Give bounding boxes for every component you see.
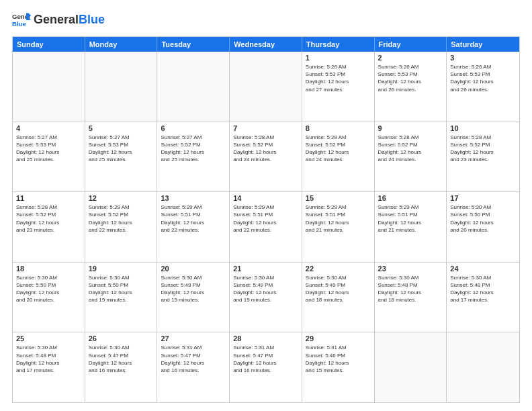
page: General Blue GeneralBlue SundayMondayTue… — [0, 0, 532, 411]
calendar-row: 18Sunrise: 5:30 AM Sunset: 5:50 PM Dayli… — [13, 262, 519, 332]
day-number: 12 — [89, 194, 154, 202]
calendar-cell — [375, 332, 447, 402]
calendar-row: 4Sunrise: 5:27 AM Sunset: 5:53 PM Daylig… — [13, 122, 519, 192]
calendar-header-cell: Friday — [375, 37, 447, 52]
day-number: 6 — [161, 124, 226, 132]
calendar-cell: 26Sunrise: 5:30 AM Sunset: 5:47 PM Dayli… — [85, 332, 158, 402]
calendar-cell: 20Sunrise: 5:30 AM Sunset: 5:49 PM Dayli… — [157, 263, 230, 332]
calendar-cell — [230, 52, 302, 122]
logo-text: GeneralBlue — [34, 13, 105, 27]
calendar-cell: 17Sunrise: 5:30 AM Sunset: 5:50 PM Dayli… — [447, 192, 519, 262]
day-info: Sunrise: 5:27 AM Sunset: 5:53 PM Dayligh… — [16, 134, 81, 164]
calendar-cell: 24Sunrise: 5:30 AM Sunset: 5:48 PM Dayli… — [447, 263, 519, 332]
calendar-cell: 15Sunrise: 5:29 AM Sunset: 5:51 PM Dayli… — [302, 192, 375, 262]
day-number: 3 — [450, 54, 516, 62]
day-number: 17 — [450, 194, 516, 202]
calendar-body: 1Sunrise: 5:26 AM Sunset: 5:53 PM Daylig… — [13, 52, 519, 402]
day-info: Sunrise: 5:31 AM Sunset: 5:47 PM Dayligh… — [233, 344, 298, 374]
calendar-cell — [447, 332, 519, 402]
day-info: Sunrise: 5:31 AM Sunset: 5:47 PM Dayligh… — [161, 344, 226, 374]
day-info: Sunrise: 5:30 AM Sunset: 5:47 PM Dayligh… — [89, 344, 154, 374]
calendar-cell — [157, 52, 230, 122]
calendar-cell: 27Sunrise: 5:31 AM Sunset: 5:47 PM Dayli… — [157, 332, 230, 402]
day-number: 29 — [306, 334, 371, 342]
day-number: 18 — [16, 265, 81, 273]
calendar-header: SundayMondayTuesdayWednesdayThursdayFrid… — [13, 37, 519, 52]
day-info: Sunrise: 5:30 AM Sunset: 5:49 PM Dayligh… — [233, 274, 298, 304]
calendar-cell: 12Sunrise: 5:29 AM Sunset: 5:52 PM Dayli… — [85, 192, 158, 262]
calendar-cell: 5Sunrise: 5:27 AM Sunset: 5:53 PM Daylig… — [85, 122, 158, 192]
day-number: 23 — [378, 265, 443, 273]
calendar-cell: 11Sunrise: 5:28 AM Sunset: 5:52 PM Dayli… — [13, 192, 85, 262]
day-number: 7 — [233, 124, 298, 132]
calendar-cell: 23Sunrise: 5:30 AM Sunset: 5:48 PM Dayli… — [375, 263, 447, 332]
calendar-cell: 10Sunrise: 5:28 AM Sunset: 5:52 PM Dayli… — [447, 122, 519, 192]
calendar-header-cell: Wednesday — [230, 37, 302, 52]
logo-icon: General Blue — [12, 11, 31, 30]
calendar-cell: 19Sunrise: 5:30 AM Sunset: 5:50 PM Dayli… — [85, 263, 158, 332]
calendar-cell: 6Sunrise: 5:27 AM Sunset: 5:52 PM Daylig… — [157, 122, 230, 192]
day-number: 11 — [16, 194, 81, 202]
calendar-cell: 9Sunrise: 5:28 AM Sunset: 5:52 PM Daylig… — [375, 122, 447, 192]
day-info: Sunrise: 5:29 AM Sunset: 5:51 PM Dayligh… — [233, 203, 298, 234]
day-info: Sunrise: 5:30 AM Sunset: 5:49 PM Dayligh… — [306, 274, 371, 304]
calendar-cell: 4Sunrise: 5:27 AM Sunset: 5:53 PM Daylig… — [13, 122, 85, 192]
day-number: 16 — [378, 194, 443, 202]
calendar-header-cell: Sunday — [13, 37, 85, 52]
calendar-cell: 1Sunrise: 5:26 AM Sunset: 5:53 PM Daylig… — [302, 52, 375, 122]
calendar: SundayMondayTuesdayWednesdayThursdayFrid… — [12, 36, 520, 403]
calendar-header-cell: Thursday — [302, 37, 375, 52]
day-number: 1 — [306, 54, 371, 62]
calendar-cell — [13, 52, 85, 122]
calendar-row: 11Sunrise: 5:28 AM Sunset: 5:52 PM Dayli… — [13, 191, 519, 262]
day-info: Sunrise: 5:28 AM Sunset: 5:52 PM Dayligh… — [306, 134, 371, 164]
day-info: Sunrise: 5:26 AM Sunset: 5:53 PM Dayligh… — [450, 63, 516, 93]
day-number: 27 — [161, 334, 226, 342]
day-number: 4 — [16, 124, 81, 132]
day-number: 8 — [306, 124, 371, 132]
day-number: 24 — [450, 265, 516, 273]
day-info: Sunrise: 5:26 AM Sunset: 5:53 PM Dayligh… — [306, 63, 371, 93]
calendar-cell: 2Sunrise: 5:26 AM Sunset: 5:53 PM Daylig… — [375, 52, 447, 122]
day-info: Sunrise: 5:29 AM Sunset: 5:51 PM Dayligh… — [306, 203, 371, 234]
calendar-cell: 8Sunrise: 5:28 AM Sunset: 5:52 PM Daylig… — [302, 122, 375, 192]
day-number: 28 — [233, 334, 298, 342]
day-info: Sunrise: 5:30 AM Sunset: 5:50 PM Dayligh… — [16, 274, 81, 304]
day-info: Sunrise: 5:28 AM Sunset: 5:52 PM Dayligh… — [378, 134, 443, 164]
calendar-cell: 7Sunrise: 5:28 AM Sunset: 5:52 PM Daylig… — [230, 122, 302, 192]
day-number: 20 — [161, 265, 226, 273]
day-info: Sunrise: 5:29 AM Sunset: 5:51 PM Dayligh… — [161, 203, 226, 234]
day-info: Sunrise: 5:31 AM Sunset: 5:46 PM Dayligh… — [306, 344, 371, 374]
calendar-cell: 29Sunrise: 5:31 AM Sunset: 5:46 PM Dayli… — [302, 332, 375, 402]
day-info: Sunrise: 5:30 AM Sunset: 5:50 PM Dayligh… — [450, 203, 516, 234]
day-number: 5 — [89, 124, 154, 132]
day-number: 22 — [306, 265, 371, 273]
day-info: Sunrise: 5:28 AM Sunset: 5:52 PM Dayligh… — [233, 134, 298, 164]
day-number: 14 — [233, 194, 298, 202]
day-info: Sunrise: 5:29 AM Sunset: 5:52 PM Dayligh… — [89, 203, 154, 234]
calendar-cell: 21Sunrise: 5:30 AM Sunset: 5:49 PM Dayli… — [230, 263, 302, 332]
day-info: Sunrise: 5:28 AM Sunset: 5:52 PM Dayligh… — [450, 134, 516, 164]
day-info: Sunrise: 5:30 AM Sunset: 5:48 PM Dayligh… — [16, 344, 81, 374]
calendar-header-cell: Monday — [85, 37, 158, 52]
day-info: Sunrise: 5:30 AM Sunset: 5:49 PM Dayligh… — [161, 274, 226, 304]
day-number: 25 — [16, 334, 81, 342]
logo: General Blue GeneralBlue — [12, 11, 105, 30]
day-number: 2 — [378, 54, 443, 62]
day-info: Sunrise: 5:27 AM Sunset: 5:52 PM Dayligh… — [161, 134, 226, 164]
day-info: Sunrise: 5:30 AM Sunset: 5:50 PM Dayligh… — [89, 274, 154, 304]
day-number: 10 — [450, 124, 516, 132]
calendar-cell: 16Sunrise: 5:29 AM Sunset: 5:51 PM Dayli… — [375, 192, 447, 262]
day-number: 9 — [378, 124, 443, 132]
calendar-row: 25Sunrise: 5:30 AM Sunset: 5:48 PM Dayli… — [13, 332, 519, 402]
day-info: Sunrise: 5:28 AM Sunset: 5:52 PM Dayligh… — [16, 203, 81, 234]
header: General Blue GeneralBlue — [12, 11, 520, 30]
day-info: Sunrise: 5:27 AM Sunset: 5:53 PM Dayligh… — [89, 134, 154, 164]
calendar-cell: 25Sunrise: 5:30 AM Sunset: 5:48 PM Dayli… — [13, 332, 85, 402]
calendar-cell: 18Sunrise: 5:30 AM Sunset: 5:50 PM Dayli… — [13, 263, 85, 332]
day-info: Sunrise: 5:30 AM Sunset: 5:48 PM Dayligh… — [450, 274, 516, 304]
calendar-cell: 3Sunrise: 5:26 AM Sunset: 5:53 PM Daylig… — [447, 52, 519, 122]
day-number: 26 — [89, 334, 154, 342]
day-number: 15 — [306, 194, 371, 202]
calendar-cell: 28Sunrise: 5:31 AM Sunset: 5:47 PM Dayli… — [230, 332, 302, 402]
